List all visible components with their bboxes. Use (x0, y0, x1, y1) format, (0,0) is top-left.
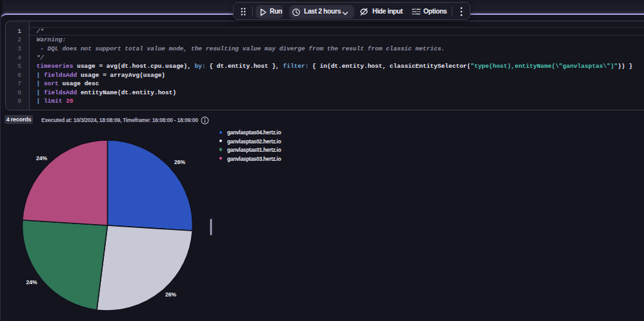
svg-text:26%: 26% (174, 159, 186, 165)
svg-text:24%: 24% (26, 279, 37, 285)
svg-text:24%: 24% (36, 155, 48, 161)
svg-text:26%: 26% (165, 291, 177, 298)
